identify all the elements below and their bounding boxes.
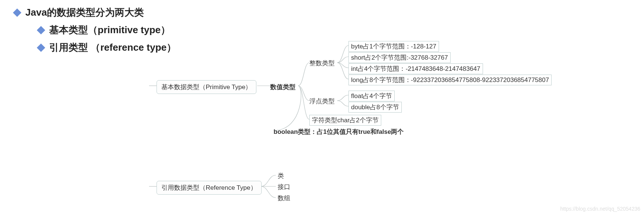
- bullet-sub1-text: 基本类型（primitive type）: [49, 23, 170, 37]
- row-float: float占4个字节: [348, 91, 395, 101]
- node-integer: 整数类型: [309, 59, 335, 67]
- diamond-icon: [37, 43, 45, 52]
- row-long: long占8个字节范围：-9223372036854775808-9223372…: [348, 75, 552, 85]
- node-ref-class: 类: [278, 171, 284, 180]
- row-int: int占4个字节范围：-2147483648-2147483647: [348, 63, 483, 74]
- row-boolean: boolean类型：占1位其值只有true和false两个: [274, 128, 404, 136]
- node-reference-type: 引用数据类型（Reference Type）: [157, 181, 262, 195]
- mindmap-diagram: 基本数据类型（Primitive Type） 数值类型 整数类型 浮点类型 by…: [149, 37, 641, 213]
- diamond-icon: [13, 8, 22, 17]
- node-ref-array: 数组: [278, 194, 290, 202]
- row-byte: byte占1个字节范围：-128-127: [348, 41, 439, 52]
- watermark: https://blog.csdn.net/qq_52054236: [560, 206, 640, 212]
- node-numeric: 数值类型: [270, 83, 296, 91]
- node-primitive-type: 基本数据类型（Primitive Type）: [157, 80, 256, 94]
- node-ref-interface: 接口: [278, 183, 290, 191]
- diamond-icon: [37, 26, 45, 34]
- bullet-sub-primitive: 基本类型（primitive type）: [38, 23, 176, 37]
- node-float: 浮点类型: [309, 97, 335, 106]
- row-short: short占2个字节范围:-32768-32767: [348, 52, 451, 63]
- row-double: double占8个字节: [348, 102, 402, 113]
- row-char: 字符类型char占2个字节: [309, 115, 381, 126]
- bullet-main-text: Java的数据类型分为两大类: [25, 6, 144, 19]
- bullet-main: Java的数据类型分为两大类: [14, 6, 176, 19]
